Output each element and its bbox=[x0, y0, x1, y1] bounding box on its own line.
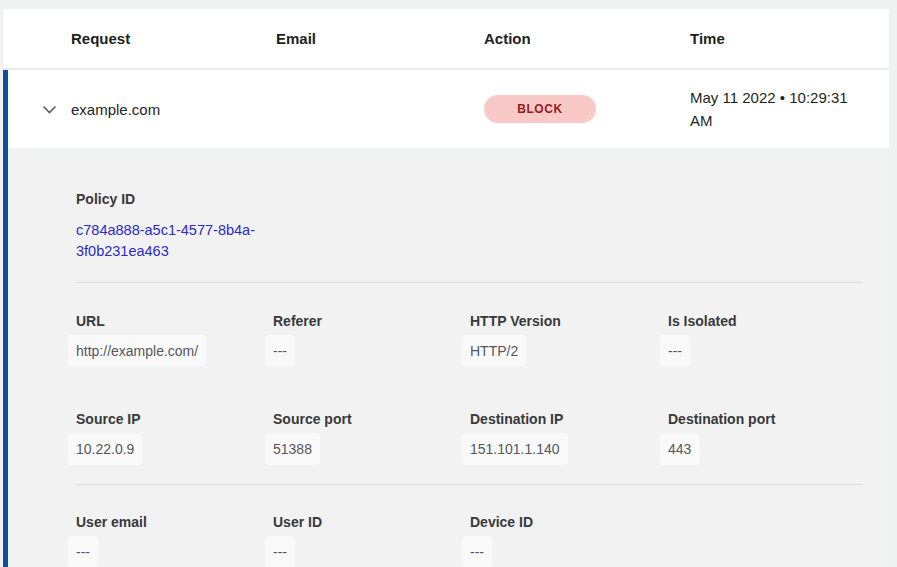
time-cell: May 11 2022 • 10:29:31 AM bbox=[690, 86, 889, 132]
field-empty bbox=[668, 514, 863, 561]
field-label: Referer bbox=[273, 313, 470, 329]
request-cell: example.com bbox=[71, 101, 276, 118]
field-is-isolated: Is Isolated --- bbox=[668, 313, 863, 360]
field-user-email: User email --- bbox=[76, 514, 273, 561]
field-device-id: Device ID --- bbox=[470, 514, 668, 561]
field-value: http://example.com/ bbox=[68, 335, 206, 367]
field-url: URL http://example.com/ bbox=[76, 313, 273, 360]
request-details-section: URL http://example.com/ Referer --- HTTP… bbox=[76, 283, 863, 484]
chevron-down-icon[interactable] bbox=[31, 105, 71, 114]
table-row[interactable]: example.com BLOCK May 11 2022 • 10:29:31… bbox=[8, 70, 889, 148]
column-header-action: Action bbox=[484, 30, 690, 47]
policy-id-label: Policy ID bbox=[76, 191, 863, 207]
policy-section: Policy ID c784a888-a5c1-4577-8b4a-3f0b23… bbox=[76, 151, 863, 282]
user-details-section: User email --- User ID --- Device ID --- bbox=[76, 485, 863, 567]
field-value: HTTP/2 bbox=[462, 335, 526, 367]
field-http-version: HTTP Version HTTP/2 bbox=[470, 313, 668, 360]
column-header-request: Request bbox=[71, 30, 276, 47]
field-label: Source IP bbox=[76, 411, 273, 427]
status-badge-block: BLOCK bbox=[484, 95, 596, 123]
action-cell: BLOCK bbox=[484, 95, 690, 123]
field-value: 151.101.1.140 bbox=[462, 433, 568, 465]
field-destination-port: Destination port 443 bbox=[668, 411, 863, 458]
field-label: URL bbox=[76, 313, 273, 329]
field-destination-ip: Destination IP 151.101.1.140 bbox=[470, 411, 668, 458]
log-table-card: Request Email Action Time example.com BL… bbox=[3, 9, 889, 567]
field-label: Destination IP bbox=[470, 411, 668, 427]
field-label: Destination port bbox=[668, 411, 863, 427]
field-label: User email bbox=[76, 514, 273, 530]
column-header-time: Time bbox=[690, 30, 889, 47]
field-user-id: User ID --- bbox=[273, 514, 470, 561]
field-label: User ID bbox=[273, 514, 470, 530]
field-label: Device ID bbox=[470, 514, 668, 530]
field-value: 10.22.0.9 bbox=[68, 433, 142, 465]
row-details-panel: Policy ID c784a888-a5c1-4577-8b4a-3f0b23… bbox=[8, 151, 889, 567]
policy-id-link[interactable]: c784a888-a5c1-4577-8b4a-3f0b231ea463 bbox=[76, 220, 272, 262]
field-source-ip: Source IP 10.22.0.9 bbox=[76, 411, 273, 458]
field-value: --- bbox=[68, 536, 98, 567]
field-value: --- bbox=[660, 335, 690, 367]
field-label: Source port bbox=[273, 411, 470, 427]
field-value: 51388 bbox=[265, 433, 320, 465]
field-value: --- bbox=[265, 536, 295, 567]
field-value: --- bbox=[462, 536, 492, 567]
field-value: 443 bbox=[660, 433, 699, 465]
page: Request Email Action Time example.com BL… bbox=[0, 0, 897, 567]
column-header-email: Email bbox=[276, 30, 484, 47]
field-label: HTTP Version bbox=[470, 313, 668, 329]
field-source-port: Source port 51388 bbox=[273, 411, 470, 458]
field-label: Is Isolated bbox=[668, 313, 863, 329]
field-value: --- bbox=[265, 335, 295, 367]
field-referer: Referer --- bbox=[273, 313, 470, 360]
expanded-row-container: example.com BLOCK May 11 2022 • 10:29:31… bbox=[3, 70, 889, 567]
table-header-row: Request Email Action Time bbox=[3, 9, 889, 68]
